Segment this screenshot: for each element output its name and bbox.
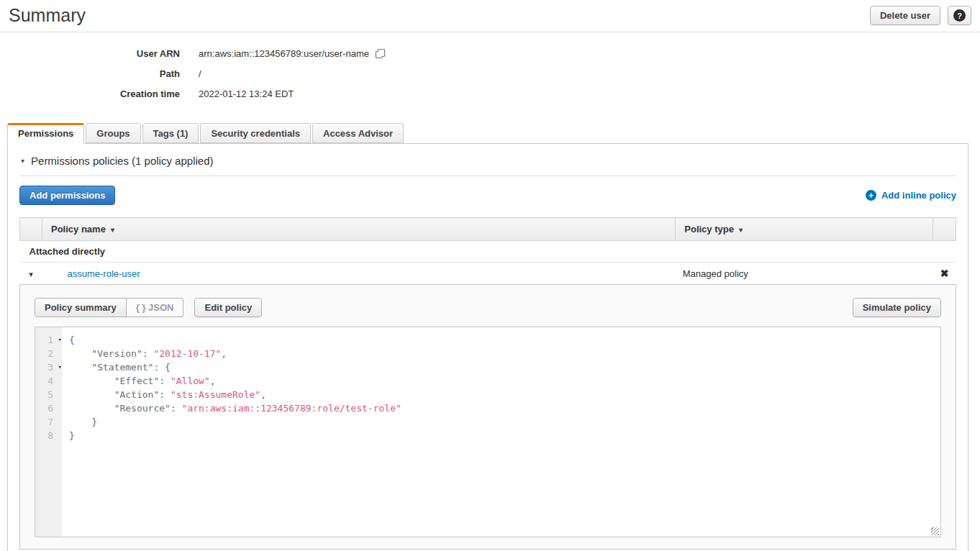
policy-detail-toolbar: Policy summary { } JSON Edit policy Simu…: [35, 298, 941, 317]
help-icon: ?: [953, 9, 966, 22]
tab-groups[interactable]: Groups: [86, 123, 140, 143]
expand-column-header: [20, 218, 42, 241]
path-value: /: [199, 68, 201, 79]
code-line: "Effect": "Allow",: [69, 374, 940, 388]
creation-time-value: 2022-01-12 13:24 EDT: [199, 88, 294, 99]
code-line: "Statement": {: [69, 360, 940, 374]
header-buttons: Delete user ?: [870, 6, 971, 25]
policy-table: Policy name▾ Policy type▾ Attached direc…: [19, 217, 956, 284]
editor-code: { "Version": "2012-10-17", "Statement": …: [63, 327, 940, 442]
gutter-line-number: 6: [35, 401, 63, 415]
info-row-path: Path /: [0, 68, 980, 79]
row-expand-toggle[interactable]: ▾: [20, 263, 42, 285]
sort-caret-icon: ▾: [739, 226, 743, 234]
add-inline-policy-label: Add inline policy: [881, 190, 956, 201]
policy-view-segmented-control: Policy summary { } JSON: [35, 298, 183, 317]
editor-resize-handle[interactable]: [931, 527, 939, 535]
policy-type-cell: Managed policy: [676, 263, 933, 285]
gutter-line-number: 7: [35, 415, 63, 429]
policy-row-assume-role-user: ▾ assume-role-user Managed policy ✖: [20, 263, 956, 285]
tab-tags[interactable]: Tags (1): [142, 123, 199, 143]
attached-directly-label: Attached directly: [20, 241, 956, 263]
policy-name-column-header[interactable]: Policy name▾: [42, 218, 676, 241]
json-view-button[interactable]: { } JSON: [127, 298, 184, 317]
tab-permissions[interactable]: Permissions: [7, 123, 84, 144]
policy-table-header-row: Policy name▾ Policy type▾: [20, 218, 956, 241]
path-label: Path: [0, 68, 180, 79]
info-row-user-arn: User ARN arn:aws:iam::123456789:user/use…: [0, 48, 980, 59]
user-arn-label: User ARN: [0, 48, 180, 59]
edit-policy-button[interactable]: Edit policy: [194, 298, 262, 317]
policy-type-column-header[interactable]: Policy type▾: [676, 218, 933, 241]
code-line: "Version": "2012-10-17",: [69, 347, 940, 360]
add-inline-policy-link[interactable]: + Add inline policy: [866, 190, 956, 201]
page-title: Summary: [9, 5, 86, 26]
tab-panel: Permissions Groups Tags (1) Security cre…: [7, 123, 968, 551]
tabstrip: Permissions Groups Tags (1) Security cre…: [7, 123, 968, 144]
gutter-line-number: 2: [35, 347, 63, 360]
policy-detail-panel: Policy summary { } JSON Edit policy Simu…: [19, 284, 956, 550]
tab-security-credentials[interactable]: Security credentials: [200, 123, 311, 143]
simulate-policy-button[interactable]: Simulate policy: [853, 298, 941, 317]
copy-icon[interactable]: [375, 48, 386, 59]
gutter-line-number: 5: [35, 388, 63, 401]
creation-time-label: Creation time: [0, 88, 180, 99]
gutter-line-number[interactable]: 3▾: [35, 360, 63, 374]
code-line: }: [69, 415, 940, 429]
add-permissions-button[interactable]: Add permissions: [19, 186, 115, 205]
policy-actions-row: Add permissions + Add inline policy: [19, 186, 956, 205]
tab-access-advisor[interactable]: Access Advisor: [312, 123, 404, 143]
code-line: "Resource": "arn:aws:iam::123456789:role…: [69, 401, 940, 415]
user-arn-value-wrap: arn:aws:iam::123456789:user/user-name: [199, 48, 386, 59]
permissions-policies-section-header[interactable]: ▾ Permissions policies (1 policy applied…: [19, 144, 956, 176]
info-row-creation-time: Creation time 2022-01-12 13:24 EDT: [0, 88, 980, 99]
remove-column-header: [933, 218, 956, 241]
help-button[interactable]: ?: [948, 6, 971, 25]
page-header: Summary Delete user ?: [0, 0, 980, 32]
policy-json-editor[interactable]: 1▾23▾45678 { "Version": "2012-10-17", "S…: [35, 327, 941, 537]
row-expand-caret-icon: ▾: [29, 270, 33, 278]
gutter-line-number: 4: [35, 374, 63, 388]
delete-user-button[interactable]: Delete user: [870, 6, 940, 25]
code-line: "Action": "sts:AssumeRole",: [69, 388, 940, 401]
plus-icon: +: [866, 190, 876, 201]
user-arn-value: arn:aws:iam::123456789:user/user-name: [199, 48, 369, 59]
section-title: Permissions policies (1 policy applied): [31, 155, 213, 167]
code-line: {: [69, 333, 940, 347]
attached-directly-group-row: Attached directly: [20, 241, 956, 263]
fold-toggle-icon[interactable]: ▾: [58, 360, 62, 374]
editor-gutter: 1▾23▾45678: [35, 327, 63, 537]
policy-summary-button[interactable]: Policy summary: [35, 298, 127, 317]
policy-name-link[interactable]: assume-role-user: [68, 268, 140, 279]
fold-toggle-icon[interactable]: ▾: [58, 333, 62, 347]
code-line: }: [69, 429, 940, 442]
user-info-section: User ARN arn:aws:iam::123456789:user/use…: [0, 32, 980, 111]
remove-policy-button[interactable]: ✖: [933, 263, 956, 285]
gutter-line-number: 8: [35, 429, 63, 442]
permissions-tab-content: ▾ Permissions policies (1 policy applied…: [7, 144, 968, 551]
section-collapse-icon: ▾: [21, 157, 24, 165]
sort-caret-icon: ▾: [111, 226, 114, 234]
gutter-line-number[interactable]: 1▾: [35, 333, 63, 347]
